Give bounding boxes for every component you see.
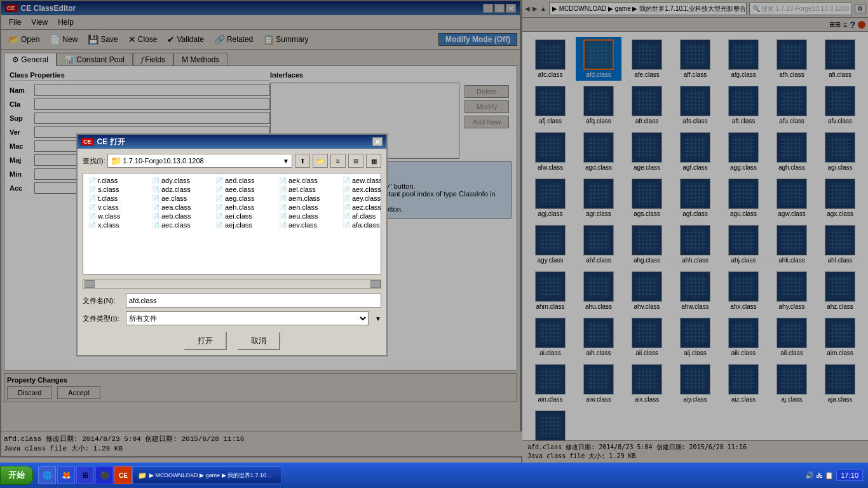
file-icon: 📄 [342,186,350,193]
file-item[interactable]: 📄aea.class [149,203,213,212]
nav-preview-btn[interactable]: ▦ [366,154,381,168]
file-name-label: aeu.class [288,212,318,220]
file-item[interactable]: 📄aey.class [340,194,381,203]
taskbar-icon-2[interactable]: 🦊 [57,466,75,484]
file-item[interactable]: 📄adz.class [149,185,213,194]
file-item[interactable]: 📄aex.class [340,185,381,194]
dialog-cancel-btn[interactable]: 取消 [237,332,280,350]
file-name-label: aei.class [225,212,252,220]
file-name-label: aeg.class [225,194,254,202]
dialog-close-btn[interactable]: ✕ [372,137,383,146]
file-item[interactable]: 📄aee.class [213,185,276,194]
file-name-label: aej.class [225,221,252,229]
file-name-label: v.class [98,203,119,211]
file-item[interactable]: 📄aeu.class [276,212,340,220]
file-item[interactable]: 📄w.class [86,212,149,220]
file-icon: 📄 [279,186,287,193]
file-icon: 📄 [215,186,223,193]
ce-taskbar-icon[interactable]: CE [114,466,132,484]
dialog-ce-logo: CE [81,138,93,146]
file-item[interactable]: 📄x.class [86,220,149,229]
filetype-select[interactable]: 所有文件 [126,311,369,325]
dialog-buttons: 打开 取消 [83,332,381,350]
file-open-dialog: CE CE 打开 ✕ 查找(I): 📁 1.7.10-Forge10.13.0.… [76,133,388,356]
file-name-label: aem.class [288,194,320,202]
dropdown-arrow[interactable]: ▼ [283,158,289,165]
file-icon: 📄 [342,222,350,229]
file-item[interactable]: 📄ady.class [149,176,213,185]
file-item[interactable]: 📄v.class [86,203,149,212]
file-item[interactable]: 📄aev.class [276,220,340,229]
taskbar-icon-4[interactable]: ⚫ [95,466,113,484]
dialog-nav-label: 查找(I): [83,156,105,166]
filename-input[interactable] [126,294,381,308]
horiz-scrollbar[interactable] [83,280,381,288]
file-name-label: aee.class [225,186,254,193]
file-item[interactable]: 📄aem.class [276,194,340,203]
file-icon: 📄 [152,186,159,193]
file-name-label: adz.class [161,186,191,193]
file-item[interactable]: 📄aek.class [276,176,340,185]
file-item[interactable]: 📄aen.class [276,203,340,212]
file-item[interactable]: 📄ael.class [276,185,340,194]
file-icon: 📄 [279,204,287,211]
file-name-label: ae.class [161,194,187,202]
dialog-nav: 查找(I): 📁 1.7.10-Forge10.13.0.1208 ▼ ⬆ 📁 … [83,154,381,168]
taskbar-icon-1[interactable]: 🌐 [38,466,56,484]
file-item[interactable]: 📄aez.class [340,203,381,212]
file-name-label: w.class [98,212,120,220]
file-item[interactable]: 📄t.class [86,194,149,203]
nav-details-btn[interactable]: ⊞ [348,154,363,168]
taskbar: 开始 🌐 🦊 🖥 ⚫ CE 📁 ▶ MCDOWNLOAD ▶ game ▶ 我的… [0,463,868,488]
nav-up-btn[interactable]: ⬆ [295,154,310,168]
filetype-arrow[interactable]: ▼ [375,315,381,322]
file-icon: 📄 [215,177,223,184]
file-icon: 📄 [152,204,159,211]
file-item[interactable]: 📄aec.class [149,220,213,229]
filename-row: 文件名(N): [83,294,381,308]
start-button[interactable]: 开始 [0,466,33,485]
dialog-open-btn[interactable]: 打开 [184,332,227,350]
file-item[interactable]: 📄aeb.class [149,212,213,220]
scroll-thumb-left[interactable] [85,280,95,288]
file-icon: 📄 [342,177,350,184]
taskbar-icon-3[interactable]: 🖥 [76,466,94,484]
file-item[interactable]: 📄aed.class [213,176,276,185]
file-item[interactable]: 📄aei.class [213,212,276,220]
scroll-thumb-right[interactable] [370,280,381,288]
file-name-label: t.class [98,194,118,202]
dialog-overlay: CE CE 打开 ✕ 查找(I): 📁 1.7.10-Forge10.13.0.… [0,0,868,488]
file-item[interactable]: 📄afa.class [340,220,381,229]
dialog-body: 查找(I): 📁 1.7.10-Forge10.13.0.1208 ▼ ⬆ 📁 … [78,149,386,355]
nav-list-btn[interactable]: ≡ [330,154,346,168]
file-name-label: aev.class [288,221,317,229]
dialog-path-box[interactable]: 📁 1.7.10-Forge10.13.0.1208 ▼ [107,154,292,168]
dialog-file-list[interactable]: 📄r.class📄ady.class📄aed.class📄aek.class📄a… [83,173,381,274]
file-item[interactable]: 📄aeh.class [213,203,276,212]
file-name-label: x.class [98,221,119,229]
nav-new-folder-btn[interactable]: 📁 [313,154,328,168]
file-item[interactable]: 📄r.class [86,176,149,185]
file-icon: 📄 [215,213,223,220]
file-item[interactable]: 📄aew.class [340,176,381,185]
file-name-label: aeb.class [161,212,191,220]
file-item[interactable]: 📄aeg.class [213,194,276,203]
file-icon: 📄 [342,204,350,211]
file-name-label: aed.class [225,177,254,184]
file-icon: 📄 [215,195,223,202]
clock[interactable]: 17:10 [836,470,863,481]
taskbar-icons-right[interactable]: 🔊 🖧 📋 [805,471,834,480]
file-item[interactable]: 📄aej.class [213,220,276,229]
file-item[interactable]: 📄af.class [340,212,381,220]
file-icon: 📄 [88,222,96,229]
file-icon: 📄 [88,195,96,202]
file-icon: 📄 [279,195,287,202]
file-item[interactable]: 📄s.class [86,185,149,194]
file-item[interactable]: 📄ae.class [149,194,213,203]
taskbar-window-item[interactable]: 📁 ▶ MCDOWNLOAD ▶ game ▶ 我的世界1.7.10工业科技大型… [132,466,282,484]
file-icon: 📄 [152,222,159,229]
file-icon: 📄 [215,204,223,211]
file-name-label: aen.class [288,203,318,211]
file-name-label: r.class [98,177,118,184]
file-name-label: afa.class [352,221,379,229]
